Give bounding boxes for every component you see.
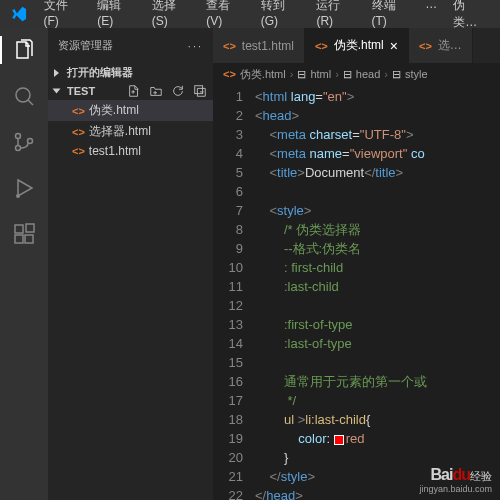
svg-point-3 xyxy=(28,139,33,144)
collapse-icon[interactable] xyxy=(193,84,207,98)
svg-rect-8 xyxy=(26,224,34,232)
svg-point-2 xyxy=(16,146,21,151)
activity-bar xyxy=(0,28,48,500)
svg-point-4 xyxy=(16,194,20,198)
menubar: 文件(F)编辑(E)选择(S)查看(V)转到(G)运行(R)终端(T)…伪类… xyxy=(0,0,500,28)
code-editor[interactable]: 12345678910111213141516171819202122 <htm… xyxy=(213,85,500,500)
open-editors-label: 打开的编辑器 xyxy=(67,65,133,80)
file-name: test1.html xyxy=(89,144,141,158)
breadcrumb-item[interactable]: head xyxy=(356,68,380,80)
line-gutter: 12345678910111213141516171819202122 xyxy=(213,85,255,500)
folder-section[interactable]: TEST xyxy=(48,82,213,100)
svg-point-1 xyxy=(16,134,21,139)
html-file-icon: <> xyxy=(72,126,85,138)
breadcrumb-item[interactable]: style xyxy=(405,68,428,80)
tab-label: 选… xyxy=(438,37,462,54)
close-icon[interactable]: × xyxy=(390,38,398,54)
open-editors-section[interactable]: 打开的编辑器 xyxy=(48,63,213,82)
tab-label: test1.html xyxy=(242,39,294,53)
more-icon[interactable]: ··· xyxy=(188,40,203,52)
file-item[interactable]: <>伪类.html xyxy=(48,100,213,121)
new-folder-icon[interactable] xyxy=(149,84,163,98)
extensions-icon[interactable] xyxy=(10,220,38,248)
vscode-logo-icon xyxy=(10,5,28,23)
breadcrumb-item[interactable]: 伪类.html xyxy=(240,67,286,82)
brace-icon: ⊟ xyxy=(343,68,352,81)
svg-rect-7 xyxy=(25,235,33,243)
html-file-icon: <> xyxy=(223,68,236,80)
html-file-icon: <> xyxy=(315,40,328,52)
html-file-icon: <> xyxy=(72,145,85,157)
code-content[interactable]: <html lang="en"><head> <meta charset="UT… xyxy=(255,85,500,500)
chevron-down-icon xyxy=(53,89,61,94)
file-item[interactable]: <>test1.html xyxy=(48,142,213,160)
tab-label: 伪类.html xyxy=(334,37,384,54)
explorer-sidebar: 资源管理器 ··· 打开的编辑器 TEST <>伪类.html<>选择器.htm… xyxy=(48,28,213,500)
file-name: 选择器.html xyxy=(89,123,151,140)
brace-icon: ⊟ xyxy=(297,68,306,81)
watermark: Baidu经验 jingyan.baidu.com xyxy=(419,466,492,494)
svg-rect-9 xyxy=(195,86,203,94)
svg-rect-6 xyxy=(15,235,23,243)
html-file-icon: <> xyxy=(223,40,236,52)
search-icon[interactable] xyxy=(10,82,38,110)
new-file-icon[interactable] xyxy=(127,84,141,98)
editor-tab[interactable]: <>test1.html xyxy=(213,28,305,63)
run-debug-icon[interactable] xyxy=(10,174,38,202)
chevron-right-icon xyxy=(54,69,59,77)
breadcrumbs[interactable]: <> 伪类.html › ⊟ html › ⊟ head › ⊟ style xyxy=(213,63,500,85)
file-name: 伪类.html xyxy=(89,102,139,119)
sidebar-title: 资源管理器 xyxy=(58,38,113,53)
editor-tab[interactable]: <>伪类.html× xyxy=(305,28,409,63)
editor-tab[interactable]: <>选… xyxy=(409,28,473,63)
breadcrumb-item[interactable]: html xyxy=(310,68,331,80)
svg-point-0 xyxy=(16,88,30,102)
html-file-icon: <> xyxy=(72,105,85,117)
source-control-icon[interactable] xyxy=(10,128,38,156)
file-item[interactable]: <>选择器.html xyxy=(48,121,213,142)
editor-area: <>test1.html<>伪类.html×<>选… <> 伪类.html › … xyxy=(213,28,500,500)
brace-icon: ⊟ xyxy=(392,68,401,81)
explorer-icon[interactable] xyxy=(0,36,46,64)
svg-rect-5 xyxy=(15,225,23,233)
refresh-icon[interactable] xyxy=(171,84,185,98)
html-file-icon: <> xyxy=(419,40,432,52)
tab-bar: <>test1.html<>伪类.html×<>选… xyxy=(213,28,500,63)
folder-name: TEST xyxy=(67,85,95,97)
